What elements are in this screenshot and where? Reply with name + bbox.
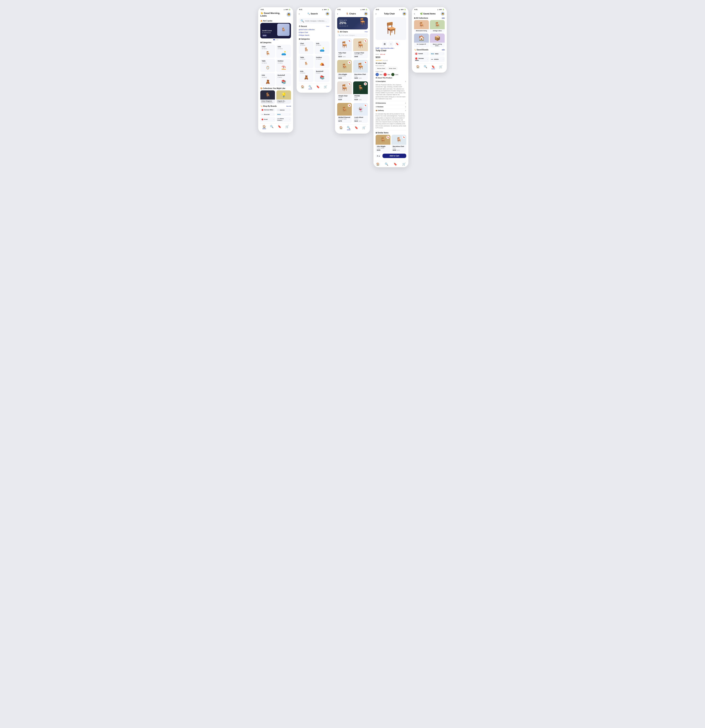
category-outdoor[interactable]: Outdoor 14 Items ⛱️: [276, 59, 291, 72]
upload-btn[interactable]: ↑: [388, 41, 394, 46]
user-avatar-home[interactable]: 🧑: [287, 12, 291, 17]
edit-brands-btn[interactable]: Edit: [442, 49, 445, 51]
brand-knoll[interactable]: Knoll ›: [260, 117, 275, 122]
delivery-header[interactable]: 📦 Delivery ∧: [376, 109, 406, 112]
bookmark-detail-btn[interactable]: 🔖: [395, 41, 400, 46]
search-cat-kids[interactable]: Kids 29 Items 🧸: [299, 69, 314, 82]
saved-brand-article[interactable]: Article ›: [430, 56, 445, 62]
brand-rove[interactable]: roveRove Conce... ›: [276, 117, 291, 122]
description-header[interactable]: ⊙ Description ∧: [376, 79, 406, 83]
search-cat-chair[interactable]: Chair 30 Items 🪑: [299, 41, 314, 54]
bookmark-similar-wiggle[interactable]: 🔖: [387, 136, 389, 139]
back-btn-search[interactable]: ‹: [299, 12, 300, 15]
search-cat-bookshelf[interactable]: Bookshelf 8 Items 📚: [315, 69, 329, 82]
recent-item-0[interactable]: global fusion collection: [299, 28, 329, 31]
category-kids[interactable]: Kids 29 Items 🧸: [260, 73, 275, 86]
search-cat-outdoor[interactable]: Outdoor 14 Items ⛺: [315, 55, 329, 68]
nav-search-c[interactable]: 🔍: [347, 126, 350, 130]
nav-home-s[interactable]: 🏠: [301, 85, 304, 89]
nav-search-s[interactable]: 🔍: [308, 85, 312, 89]
coll-minimalist[interactable]: 🪑 Minimalist living: [414, 20, 429, 32]
nav-search-home[interactable]: 🔍: [270, 125, 274, 129]
bookmark-simple[interactable]: 🔖: [348, 82, 351, 85]
dimensions-accordion[interactable]: ⊡ Dimensions ∨: [376, 101, 406, 105]
brand-bouclair[interactable]: Bouclair ›: [260, 113, 275, 116]
search-input[interactable]: [305, 20, 328, 22]
clear-btn[interactable]: Clear: [326, 26, 329, 27]
recent-item-2[interactable]: Philippe Starck: [299, 34, 329, 37]
product-ghost[interactable]: 👻 🔖 Louis Ghost Kartell $210 $248: [353, 103, 368, 123]
nav-saved-d[interactable]: 🔖: [394, 162, 397, 166]
nav-cart-s[interactable]: 🛒: [324, 85, 327, 89]
nav-saved-home[interactable]: 🔖: [278, 125, 281, 129]
nav-cart-d[interactable]: 🛒: [402, 162, 406, 166]
search-cat-table[interactable]: Table 12 Items 🪑: [299, 55, 314, 68]
style-natural-steel[interactable]: Natural Steel: [376, 67, 387, 70]
product-wiggle[interactable]: 🪑 🔖 Vitra Wiggle Frank Gehry $335: [337, 60, 352, 80]
bookmark-poang[interactable]: 🔖: [364, 82, 367, 85]
style-white-steel[interactable]: White Steel: [387, 67, 397, 70]
saved-brand-kartell[interactable]: K Kartell ›: [414, 52, 429, 56]
nav-search-d[interactable]: 🔍: [385, 162, 388, 166]
bookmark-similar-barcelona[interactable]: 🔖: [402, 136, 405, 139]
see-all-brands[interactable]: See All: [287, 105, 291, 107]
color-red-dot[interactable]: [384, 73, 387, 76]
filter-btn[interactable]: Filter: [365, 31, 368, 33]
product-barcelona[interactable]: 🪑 🔖 Barcelona Chair Knoll $250 $270: [353, 60, 368, 80]
more-from-seller[interactable]: more from this seller ›: [381, 48, 394, 49]
back-btn-chairs[interactable]: ‹: [337, 12, 338, 15]
coll-project8[interactable]: 🏠 for *project 8*: [414, 33, 429, 48]
nav-cart-home[interactable]: 🛒: [285, 125, 289, 129]
coll-spacesaving[interactable]: 📦 Space-saving solut...: [430, 33, 445, 48]
category-bookshelf[interactable]: Bookshelf 8 Items 📚: [276, 73, 291, 86]
collection-urban[interactable]: 🪑 Urban Elegance by Marcus Anderson: [260, 90, 275, 104]
product-tulip[interactable]: 🪑 🔖 Tulip Chair Knoll $210 $246: [337, 38, 352, 58]
quantity-selector[interactable]: 2 ▲: [376, 155, 381, 157]
avatar-search[interactable]: 🧑: [326, 12, 329, 16]
nav-home-sv[interactable]: 🏠: [416, 65, 420, 69]
bookmark-lounge[interactable]: 🔖: [364, 39, 367, 42]
hot-picks-card[interactable]: Zenith Curve by Isla Monroe $165 🪑: [260, 23, 291, 38]
brand-ikea[interactable]: IKEA ›: [276, 113, 291, 116]
bookmark-barcelona[interactable]: 🔖: [364, 61, 367, 64]
nav-home-d[interactable]: 🏠: [376, 162, 380, 166]
brand-interior[interactable]: Interior ›: [276, 108, 291, 112]
product-poang[interactable]: 🪑 🔖 POÄNG IKEA $120 $160: [353, 81, 368, 101]
category-chair[interactable]: Chair 35 Items 🪑: [260, 45, 275, 58]
edit-collections-btn[interactable]: Edit: [442, 17, 445, 19]
color-dark-dot[interactable]: [391, 73, 394, 76]
search-bar[interactable]: 🔍: [299, 18, 329, 24]
avatar-saved[interactable]: 🧑: [441, 12, 445, 16]
search-cat-sofa[interactable]: Sofa 23 Items 🛋️: [315, 41, 329, 54]
product-molded[interactable]: 🪑 🔖 Molded Plywood Herman Miller $375: [337, 103, 352, 123]
category-sofa[interactable]: Sofa 23 Items 🛋️: [276, 45, 291, 58]
saved-brand-ikea[interactable]: IKEA IKEA ›: [430, 52, 445, 56]
similar-wiggle[interactable]: 🪑 🔖 Vitra Wiggle Frank Gehry $335: [376, 135, 390, 152]
nav-search-sv[interactable]: 🔍: [424, 65, 427, 69]
share-btn[interactable]: ⊞: [382, 41, 387, 46]
chair-search-field[interactable]: 🔍 Chair name, Designer, ...: [337, 34, 368, 37]
saved-brand-herman[interactable]: Herman Miller ›: [414, 56, 429, 62]
nav-cart-sv[interactable]: 🛒: [439, 65, 443, 69]
color-blue-dot[interactable]: [376, 73, 379, 76]
bookmark-wiggle[interactable]: 🔖: [348, 61, 351, 64]
similar-barcelona[interactable]: 🪑 🔖 Barcelona Chair Knoll $250 $270: [391, 135, 406, 152]
back-btn-detail[interactable]: ‹: [376, 12, 376, 15]
nav-saved-c[interactable]: 🔖: [355, 126, 358, 130]
product-lounge[interactable]: 🪑 🔖 Lounge Chair Herman Miller $445: [353, 38, 368, 58]
bookmark-ghost[interactable]: 🔖: [364, 104, 367, 107]
collection-organic[interactable]: 💡 Organic M... by Mia Evan...: [276, 90, 291, 104]
avatar-chairs[interactable]: 🧑: [364, 12, 368, 16]
nav-cart-c[interactable]: 🛒: [362, 126, 366, 130]
bookmark-molded[interactable]: 🔖: [348, 104, 351, 107]
nav-saved-s[interactable]: 🔖: [316, 85, 320, 89]
avatar-detail[interactable]: 🧑: [402, 12, 406, 16]
coll-vintage[interactable]: 🪑 vintage vibes: [430, 20, 445, 32]
product-simple[interactable]: 🪑 🔖 Simple Chair Interior $120: [337, 81, 352, 101]
add-to-cart-button[interactable]: Add to Cart: [382, 154, 406, 158]
nav-saved-sv[interactable]: 🔖: [431, 65, 435, 69]
bookmark-tulip[interactable]: 🔖: [348, 39, 351, 42]
nav-home-c[interactable]: 🏠: [339, 126, 343, 130]
reviews-accordion[interactable]: ☆ Reviews ∨: [376, 105, 406, 109]
back-btn-saved[interactable]: ‹: [414, 12, 415, 15]
